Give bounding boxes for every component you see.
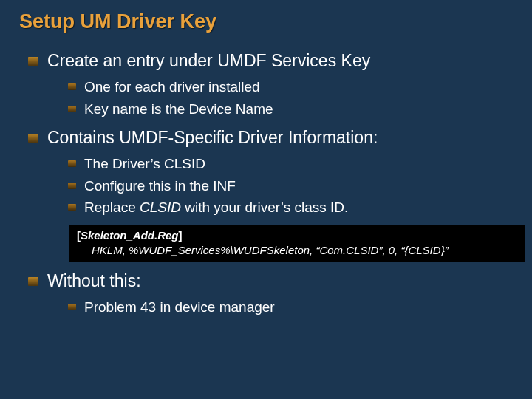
sublist: The Driver’s CLSID Configure this in the… (68, 154, 513, 218)
text-run: Replace (84, 200, 140, 215)
text-run: with your driver’s class ID. (181, 200, 348, 215)
sublist: One for each driver installed Key name i… (68, 77, 513, 119)
sub-item: One for each driver installed (68, 77, 513, 98)
bullet-contains-info: Contains UMDF-Specific Driver Informatio… (28, 126, 513, 262)
code-line: HKLM, %WUDF_Services%\WUDFSkeleton, “Com… (77, 243, 517, 258)
text-run-italic: CLSID (408, 244, 440, 256)
code-section-name: Skeleton_Add.Reg (81, 229, 179, 242)
bullet-text: Create an entry under UMDF Services Key (47, 51, 370, 70)
bullet-text: Without this: (47, 271, 141, 290)
sublist: Problem 43 in device manager (68, 297, 513, 318)
text-run: }” (441, 244, 449, 256)
code-block: [Skeleton_Add.Reg] HKLM, %WUDF_Services%… (69, 225, 525, 263)
text-run-italic: %WUDF_Services% (129, 244, 231, 256)
sub-item: Key name is the Device Name (68, 99, 513, 120)
slide-title: Setup UM Driver Key (19, 10, 513, 33)
text-run: HKLM, (92, 244, 129, 256)
bracket-close: ] (179, 229, 183, 242)
sub-item: Replace CLSID with your driver’s class I… (68, 197, 513, 218)
text-run: \WUDFSkeleton, “Com.CLSID”, 0, “{ (231, 244, 409, 256)
sub-item: The Driver’s CLSID (68, 154, 513, 174)
text-run-italic: CLSID (140, 200, 181, 215)
code-section-header: [Skeleton_Add.Reg] (77, 228, 517, 243)
bullet-without-this: Without this: Problem 43 in device manag… (28, 270, 513, 318)
content-list: Create an entry under UMDF Services Key … (28, 50, 513, 318)
slide: Setup UM Driver Key Create an entry unde… (0, 0, 532, 399)
sub-item: Configure this in the INF (68, 176, 513, 197)
bullet-create-entry: Create an entry under UMDF Services Key … (28, 50, 513, 119)
sub-item: Problem 43 in device manager (68, 297, 513, 318)
bullet-text: Contains UMDF-Specific Driver Informatio… (47, 128, 378, 147)
